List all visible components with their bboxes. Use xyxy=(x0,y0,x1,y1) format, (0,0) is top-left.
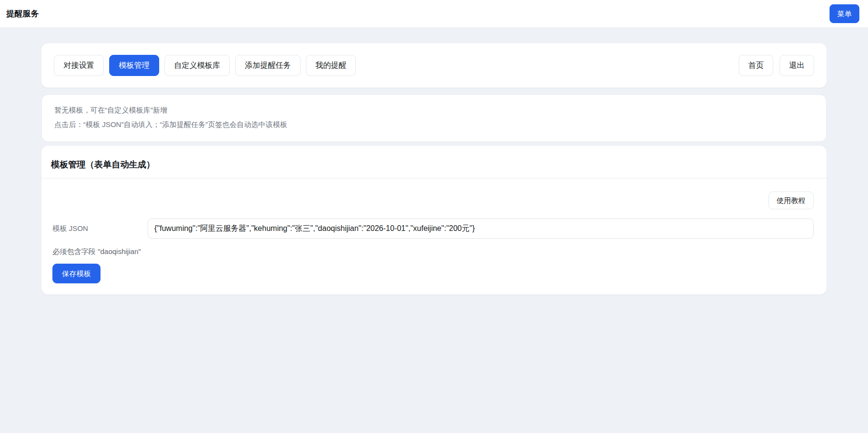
home-button[interactable]: 首页 xyxy=(739,55,773,76)
menu-button[interactable]: 菜单 xyxy=(830,4,859,23)
tab-add-reminder-task[interactable]: 添加提醒任务 xyxy=(235,55,301,76)
logout-button[interactable]: 退出 xyxy=(780,55,814,76)
notice-line-1: 暂无模板，可在“自定义模板库”新增 xyxy=(54,106,814,115)
template-json-input[interactable] xyxy=(148,218,814,239)
template-form: 使用教程 模板 JSON 必须包含字段 "daoqishijian" 保存模板 xyxy=(41,178,827,294)
required-field-hint: 必须包含字段 "daoqishijian" xyxy=(52,247,814,256)
app-title: 提醒服务 xyxy=(6,8,39,19)
template-json-label: 模板 JSON xyxy=(52,224,148,233)
template-notice-box: 暂无模板，可在“自定义模板库”新增 点击后：“模板 JSON”自动填入；“添加提… xyxy=(41,94,827,142)
nav-tabs-bar: 对接设置 模板管理 自定义模板库 添加提醒任务 我的提醒 首页 退出 xyxy=(41,43,827,88)
section-title: 模板管理（表单自动生成） xyxy=(51,159,816,170)
page-content: 对接设置 模板管理 自定义模板库 添加提醒任务 我的提醒 首页 退出 暂无模板，… xyxy=(0,28,868,294)
save-template-button[interactable]: 保存模板 xyxy=(52,264,101,283)
tutorial-button[interactable]: 使用教程 xyxy=(768,191,814,209)
app-header: 提醒服务 菜单 xyxy=(0,0,868,28)
section-header: 模板管理（表单自动生成） xyxy=(41,146,827,178)
tutorial-row: 使用教程 xyxy=(52,191,814,209)
nav-right-group: 首页 退出 xyxy=(739,55,814,76)
template-management-section: 模板管理（表单自动生成） 使用教程 模板 JSON 必须包含字段 "daoqis… xyxy=(41,146,827,294)
nav-tabs-group: 对接设置 模板管理 自定义模板库 添加提醒任务 我的提醒 xyxy=(54,55,739,76)
tab-my-reminders[interactable]: 我的提醒 xyxy=(306,55,356,76)
tab-docking-settings[interactable]: 对接设置 xyxy=(54,55,104,76)
tab-custom-template-library[interactable]: 自定义模板库 xyxy=(164,55,230,76)
tab-template-management[interactable]: 模板管理 xyxy=(109,55,159,76)
notice-line-2: 点击后：“模板 JSON”自动填入；“添加提醒任务”页签也会自动选中该模板 xyxy=(54,120,814,129)
template-json-field-row: 模板 JSON xyxy=(52,218,814,239)
